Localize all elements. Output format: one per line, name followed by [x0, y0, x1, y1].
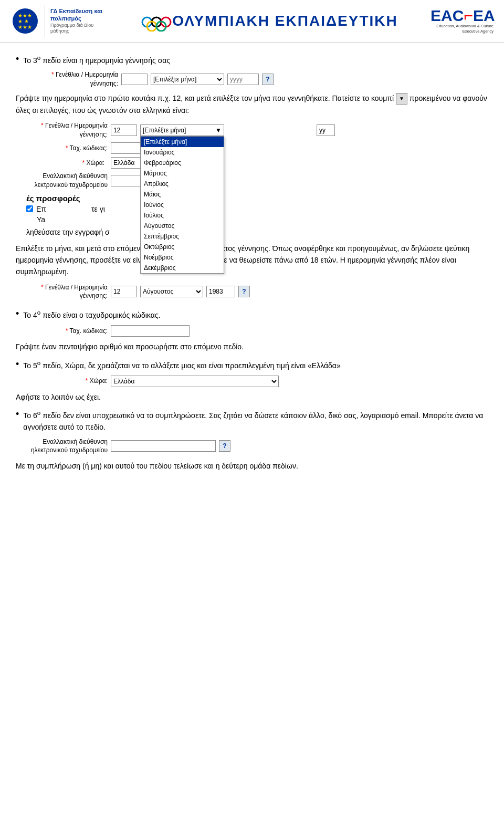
olympic-title-block: ΟΛΥΜΠΙΑΚΗ ΕΚΠΑΙΔΕΥΤΙΚΗ — [172, 13, 398, 29]
eu-flag-logo: ★★★★ ★★★★ — [10, 8, 39, 34]
main-content: • Το 3ο πεδίο είναι η ημερομηνία γέννησή… — [0, 43, 504, 488]
month-dropdown-open[interactable]: [Επιλέξτε μήνα] ▼ [Επιλέξτε μήνα] Ιανουά… — [140, 124, 224, 136]
fd-logo: ΓΔ Εκπαίδευση και πολιτισμός Πρόγραμμα δ… — [50, 7, 108, 35]
offers-cb-label-1: Επ — [36, 205, 46, 213]
option-february[interactable]: Φεβρουάριος — [141, 158, 224, 168]
bullet-item-3: • Το 3ο πεδίο είναι η ημερομηνία γέννησή… — [16, 53, 488, 66]
zip-form-block: * Ταχ. κώδικας: — [26, 325, 488, 337]
option-december[interactable]: Δεκέμβριος — [141, 263, 224, 273]
offers-row: ές προσφορές — [26, 194, 488, 203]
birthday-label-1: * Γενέθλια / Ημερομηνίαγέννησης: — [37, 70, 118, 88]
bullet6-text: Το 6ο πεδίο δεν είναι υποχρεωτικό να το … — [23, 408, 488, 433]
help-button-3[interactable]: ? — [238, 286, 250, 297]
paragraph-5: Με τη συμπλήρωση (ή μη) και αυτού του πε… — [16, 460, 488, 472]
month-dropdown-1[interactable]: [Επιλέξτε μήνα] — [151, 74, 224, 85]
checkbox-row-1: Επ τε γι — [26, 205, 488, 213]
bullet3-text: Το 3ο πεδίο είναι η ημερομηνία γέννησής … — [23, 53, 170, 66]
alt-email-input[interactable] — [111, 440, 216, 452]
birthday-form-block-1: * Γενέθλια / Ημερομηνίαγέννησης: [Επιλέξ… — [26, 70, 488, 88]
alt-email-row-bg: Εναλλακτική διεύθυνσηλεκτρονικού ταχυδρο… — [26, 172, 488, 190]
eacea-subtext: Education, Audiovisual & CultureExecutiv… — [430, 24, 494, 35]
country-row-bg: * Χώρα: — [26, 157, 488, 169]
option-july[interactable]: Ιούλιος — [141, 210, 224, 221]
zip-row-bg: * Ταχ. κώδικας: — [26, 142, 488, 154]
zip-label-bg: * Ταχ. κώδικας: — [26, 144, 108, 153]
birthday-day-input-2[interactable] — [111, 124, 137, 136]
bullet5-text: Το 5ο πεδίο, Χώρα, δε χρειάζεται να το α… — [23, 358, 340, 371]
offers-cb-label-2: Ya — [37, 215, 45, 224]
checkbox-row-2: Ya — [26, 215, 488, 224]
bullet-item-4: • Το 4ο πεδίο είναι ο ταχυδρομικός κώδικ… — [16, 308, 488, 321]
eacea-text: EAC⌐EA — [430, 8, 494, 24]
option-october[interactable]: Οκτώβριος — [141, 242, 224, 252]
country-label-bg: * Χώρα: — [26, 159, 108, 168]
option-april[interactable]: Απρίλιος — [141, 179, 224, 189]
year-input-1[interactable] — [227, 74, 259, 85]
offers-section: ές προσφορές Επ τε γι Ya — [26, 194, 488, 224]
birthday-label-3: * Γενέθλια / Ημερομηνίαγέννησης: — [26, 283, 108, 301]
option-placeholder[interactable]: [Επιλέξτε μήνα] — [141, 137, 224, 147]
option-may[interactable]: Μάιος — [141, 189, 224, 200]
bullet-dot-5: • — [16, 359, 19, 370]
birthday-day-input-3[interactable] — [111, 286, 137, 297]
olympic-rings-icon — [141, 11, 172, 32]
option-august[interactable]: Αύγουστος — [141, 221, 224, 231]
zip-row: * Ταχ. κώδικας: — [26, 325, 488, 337]
paragraph-4: Αφήστε το λοιπόν ως έχει. — [16, 391, 488, 403]
eu-logos-area: ★★★★ ★★★★ ΓΔ Εκπαίδευση και πολιτισμός Π… — [10, 5, 108, 37]
bullet-dot-3: • — [16, 54, 19, 65]
bullet-dot-4: • — [16, 308, 19, 320]
eacea-logo-area: EAC⌐EA Education, Audiovisual & CultureE… — [430, 8, 494, 35]
paragraph-2: Επιλέξτε το μήνα, και μετά στο επόμενο κ… — [16, 243, 488, 278]
page-header: ★★★★ ★★★★ ΓΔ Εκπαίδευση και πολιτισμός Π… — [0, 0, 504, 43]
dropdown-arrow: ▼ — [215, 127, 222, 134]
option-november[interactable]: Νοέμβριος — [141, 252, 224, 263]
offers-text: ές προσφορές — [26, 194, 80, 203]
birthday-row-3: * Γενέθλια / Ημερομηνίαγέννησης: Αύγουστ… — [26, 283, 488, 301]
offers-checkbox-1[interactable] — [26, 205, 33, 212]
country-label: * Χώρα: — [26, 377, 108, 386]
birthday-row-2: * Γενέθλια / Ημερομηνίαγέννησης: [Επιλέξ… — [26, 121, 488, 139]
birthday-row-1: * Γενέθλια / Ημερομηνίαγέννησης: [Επιλέξ… — [37, 70, 488, 88]
country-select[interactable]: Ελλάδα — [111, 376, 279, 387]
year-input-2[interactable] — [317, 124, 335, 136]
expand-button[interactable]: ▼ — [396, 93, 407, 105]
option-september[interactable]: Σεπτέμβριος — [141, 231, 224, 242]
birthday-form-block-2: * Γενέθλια / Ημερομηνίαγέννησης: [Επιλέξ… — [26, 121, 488, 189]
month-select-1[interactable]: [Επιλέξτε μήνα] — [151, 74, 224, 85]
paragraph-3: Γράψτε έναν πενταψήφιο αριθμό και προσωρ… — [16, 341, 488, 352]
bullet-dot-6: • — [16, 409, 19, 420]
help-button-alt-email[interactable]: ? — [219, 440, 230, 452]
year-input-3[interactable] — [206, 286, 235, 297]
alt-email-label: Εναλλακτική διεύθυνσηηλεκτρονικού ταχυδρ… — [26, 438, 108, 455]
bullet-item-5: • Το 5ο πεδίο, Χώρα, δε χρειάζεται να το… — [16, 358, 488, 371]
paragraph-1: Γράψτε την ημερομηνία στο πρώτο κουτάκι … — [16, 92, 488, 117]
alt-email-row: Εναλλακτική διεύθυνσηηλεκτρονικού ταχυδρ… — [26, 438, 488, 455]
option-june[interactable]: Ιούνιος — [141, 200, 224, 210]
dropdown-trigger[interactable]: [Επιλέξτε μήνα] ▼ — [140, 124, 224, 136]
offers-hint: τε γι — [91, 205, 105, 213]
help-button-1[interactable]: ? — [262, 74, 274, 85]
alt-email-label-bg: Εναλλακτική διεύθυνσηλεκτρονικού ταχυδρο… — [26, 172, 108, 190]
country-form-block: * Χώρα: Ελλάδα — [26, 376, 488, 387]
header-divider — [45, 5, 45, 37]
country-row: * Χώρα: Ελλάδα — [26, 376, 488, 387]
strikethrough-area: ληθεύσατε την εγγραφή σ — [26, 228, 488, 236]
month-select-3[interactable]: Αύγουστος — [140, 286, 203, 297]
birthday-label-2: * Γενέθλια / Ημερομηνίαγέννησης: — [26, 121, 108, 139]
bullet4-text: Το 4ο πεδίο είναι ο ταχυδρομικός κώδικας… — [23, 308, 160, 321]
olympic-logo-area: ΟΛΥΜΠΙΑΚΗ ΕΚΠΑΙΔΕΥΤΙΚΗ — [141, 11, 398, 32]
month-dropdown-list[interactable]: [Επιλέξτε μήνα] Ιανουάριος Φεβρουάριος Μ… — [140, 136, 224, 274]
option-march[interactable]: Μάρτιος — [141, 168, 224, 179]
option-january[interactable]: Ιανουάριος — [141, 147, 224, 158]
zip-input[interactable] — [111, 325, 190, 337]
birthday-form-block-3: * Γενέθλια / Ημερομηνίαγέννησης: Αύγουστ… — [26, 283, 488, 301]
bullet-item-6: • Το 6ο πεδίο δεν είναι υποχρεωτικό να τ… — [16, 408, 488, 433]
birthday-day-input-1[interactable] — [121, 74, 148, 85]
zip-label: * Ταχ. κώδικας: — [26, 327, 108, 336]
alt-email-form-block: Εναλλακτική διεύθυνσηηλεκτρονικού ταχυδρ… — [26, 438, 488, 455]
